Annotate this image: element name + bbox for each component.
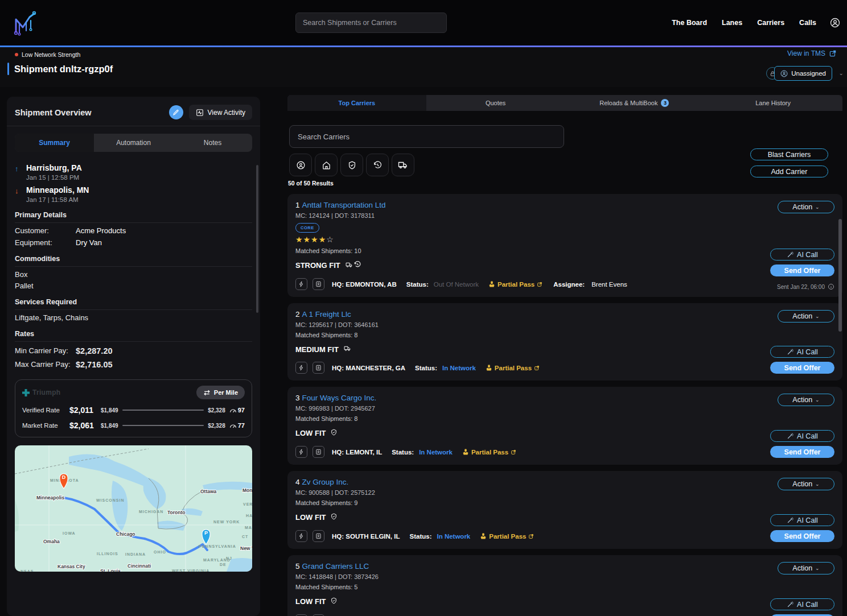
tab-notes[interactable]: Notes <box>173 134 252 152</box>
sidebar-scrollbar[interactable] <box>256 165 258 313</box>
commodities-heading: Commodities <box>15 255 252 267</box>
nav-calls[interactable]: Calls <box>799 19 816 27</box>
home-icon[interactable] <box>315 154 338 176</box>
status-label: Status: <box>406 281 429 288</box>
assignee-unassigned-button[interactable]: Unassigned <box>774 66 832 81</box>
history-icon <box>353 261 361 268</box>
status-value: In Network <box>419 449 453 456</box>
map-state-label: MASSACH <box>245 526 252 530</box>
dropoff-time: Jan 17 | 11:58 AM <box>26 196 89 203</box>
ai-call-button[interactable]: AI Call <box>770 598 834 610</box>
map-city-label: New Yor <box>240 545 252 551</box>
shield-check-icon[interactable] <box>340 154 363 176</box>
ai-call-button[interactable]: AI Call <box>770 514 834 526</box>
shield-check-icon <box>330 512 338 520</box>
carrier-search-input[interactable] <box>289 125 564 148</box>
send-offer-button[interactable]: Send Offer <box>770 446 834 458</box>
main-scrollbar[interactable] <box>838 219 842 332</box>
tab-summary[interactable]: Summary <box>15 134 94 152</box>
svg-text:P: P <box>204 530 208 536</box>
history-icon[interactable] <box>366 154 389 176</box>
nav-the-board[interactable]: The Board <box>672 19 707 27</box>
triumph-rate-widget: Triumph Per Mile Verified Rate $2,011 $1… <box>15 379 252 437</box>
map-state-label: CT <box>242 535 248 539</box>
carrier-card: 4Zv Group Inc. MC: 900588 | DOT: 2575122… <box>287 471 842 549</box>
global-search-input[interactable] <box>295 13 447 33</box>
edit-shipment-button[interactable] <box>169 105 183 119</box>
ai-call-button[interactable]: AI Call <box>770 346 834 358</box>
highway-verification[interactable]: Partial Pass <box>486 365 540 371</box>
truck-icon <box>343 345 352 352</box>
send-offer-button[interactable]: Send Offer <box>770 362 834 374</box>
add-carrier-button[interactable]: Add Carrier <box>750 166 828 177</box>
contact-card-icon[interactable] <box>313 278 324 290</box>
route-map[interactable]: MINNESOTAWISCONSINMICHIGANIOWAILLINOISIN… <box>15 445 252 572</box>
map-city-label: Toronto <box>167 510 185 515</box>
contact-card-icon[interactable] <box>313 530 324 542</box>
send-offer-button[interactable]: Send Offer <box>770 264 834 276</box>
per-mile-toggle[interactable]: Per Mile <box>196 386 245 399</box>
person-circle-icon[interactable] <box>289 154 312 176</box>
carrier-hq: HQ: MANCHESTER, GA <box>332 365 405 371</box>
action-button[interactable]: Action⌄ <box>778 478 834 490</box>
tab-automation[interactable]: Automation <box>94 134 173 152</box>
bolt-icon[interactable] <box>295 278 307 290</box>
nav-carriers[interactable]: Carriers <box>757 19 784 27</box>
carrier-name-link[interactable]: Anttal Transportation Ltd <box>302 201 386 209</box>
view-in-tms-link[interactable]: View in TMS <box>787 49 837 57</box>
top-navigation-bar: The Board Lanes Carriers Calls <box>0 0 847 46</box>
highway-verification[interactable]: Partial Pass <box>462 449 516 456</box>
carrier-name-link[interactable]: Grand Carriers LLC <box>302 562 369 570</box>
tab-reloads-multibook[interactable]: Reloads & MultiBook 3 <box>565 95 704 111</box>
highway-verification[interactable]: Partial Pass <box>480 533 534 540</box>
carrier-name-link[interactable]: A 1 Freight Llc <box>302 310 351 319</box>
map-city-label: Chicago <box>116 531 135 537</box>
carrier-name-link[interactable]: Four Ways Cargo Inc. <box>302 394 377 402</box>
map-city-label: Kansas City <box>57 564 85 569</box>
pickup-city: Harrisburg, PA <box>26 163 82 172</box>
profile-icon[interactable] <box>830 18 840 28</box>
view-activity-button[interactable]: View Activity <box>189 105 252 120</box>
carrier-name-link[interactable]: Zv Group Inc. <box>302 478 349 486</box>
carrier-mc-dot: MC: 124124 | DOT: 3178311 <box>295 212 770 219</box>
carrier-hq: HQ: EDMONTON, AB <box>332 281 397 288</box>
gauge-icon <box>229 423 237 428</box>
nav-lanes[interactable]: Lanes <box>722 19 742 27</box>
swap-arrows-icon <box>203 390 211 396</box>
tab-quotes[interactable]: Quotes <box>426 95 565 111</box>
truck-icon[interactable] <box>392 154 414 176</box>
map-state-label: NJ <box>226 556 232 560</box>
send-offer-button[interactable]: Send Offer <box>770 530 834 542</box>
contact-card-icon[interactable] <box>313 446 324 458</box>
bolt-icon[interactable] <box>295 446 307 458</box>
bolt-icon[interactable] <box>295 530 307 542</box>
status-label: Status: <box>409 533 431 540</box>
highway-icon <box>486 365 492 371</box>
tab-top-carriers[interactable]: Top Carriers <box>287 95 426 111</box>
carriers-panel-tabs: Top Carriers Quotes Reloads & MultiBook … <box>287 95 842 111</box>
carrier-card: 1Anttal Transportation Ltd MC: 124124 | … <box>287 194 842 297</box>
contact-card-icon[interactable] <box>313 362 324 374</box>
info-icon[interactable] <box>828 283 834 290</box>
ai-call-button[interactable]: AI Call <box>770 430 834 442</box>
external-link-icon <box>511 449 516 455</box>
max-carrier-pay-row: Max Carrier Pay: $2,716.05 <box>15 359 252 370</box>
action-button[interactable]: Action⌄ <box>778 562 834 574</box>
tab-lane-history[interactable]: Lane History <box>704 95 842 111</box>
action-button[interactable]: Action⌄ <box>778 394 834 406</box>
map-city-label: Montre <box>242 487 252 493</box>
blast-carriers-button[interactable]: Blast Carriers <box>750 148 828 160</box>
map-state-label: DE <box>220 563 227 567</box>
map-state-label: VERMONT <box>243 502 252 506</box>
assignee-label: Assignee: <box>553 281 585 288</box>
carrier-list: 1Anttal Transportation Ltd MC: 124124 | … <box>287 194 842 616</box>
gauge-icon <box>229 407 237 413</box>
bolt-icon[interactable] <box>295 362 307 374</box>
shipment-overview-panel: Shipment Overview View Activity Summary … <box>7 97 260 616</box>
action-button[interactable]: Action⌄ <box>778 201 834 213</box>
action-button[interactable]: Action⌄ <box>778 310 834 323</box>
external-link-icon <box>528 534 534 539</box>
chevron-down-icon[interactable]: ⌄ <box>839 70 844 76</box>
highway-verification[interactable]: Partial Pass <box>488 281 542 288</box>
ai-call-button[interactable]: AI Call <box>770 249 834 261</box>
